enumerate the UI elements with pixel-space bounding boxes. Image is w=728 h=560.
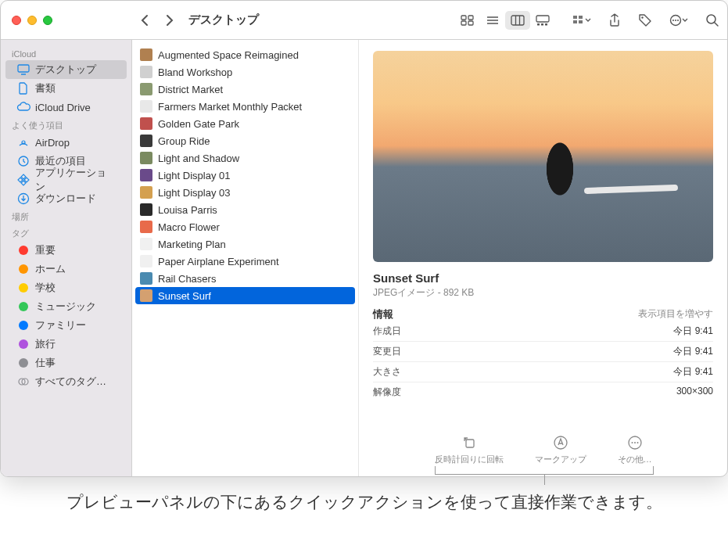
file-name: Farmers Market Monthly Packet xyxy=(158,101,302,113)
svg-rect-14 xyxy=(573,16,577,19)
info-section-label: 情報 xyxy=(373,307,393,321)
sidebar-item-label: ダウンロード xyxy=(35,192,96,206)
file-name: Light and Shadow xyxy=(158,153,239,164)
window-controls xyxy=(1,16,132,25)
sidebar-item-icloud-drive[interactable]: iCloud Drive xyxy=(5,98,127,117)
info-label: 解像度 xyxy=(373,386,401,399)
action-button[interactable] xyxy=(669,14,688,27)
file-name: Sunset Surf xyxy=(158,290,211,302)
file-row[interactable]: Louisa Parris xyxy=(132,201,358,218)
file-row[interactable]: District Market xyxy=(132,81,358,98)
column-view-button[interactable] xyxy=(505,11,530,30)
file-name: Marketing Plan xyxy=(158,239,226,250)
toolbar: デスクトップ xyxy=(132,11,727,30)
sidebar-item--[interactable]: すべてのタグ… xyxy=(5,372,127,391)
file-row[interactable]: Farmers Market Monthly Packet xyxy=(132,98,358,115)
search-button[interactable] xyxy=(705,13,719,27)
file-row[interactable]: Golden Gate Park xyxy=(132,115,358,132)
tag-color-icon xyxy=(16,339,30,349)
preview-image xyxy=(373,51,713,262)
file-row[interactable]: Paper Airplane Experiment xyxy=(132,253,358,270)
sidebar-item-label: ファミリー xyxy=(35,318,86,332)
file-name: Bland Workshop xyxy=(158,66,232,78)
tag-color-icon xyxy=(16,283,30,293)
file-thumbnail-icon xyxy=(140,203,152,216)
sidebar-item-label: 仕事 xyxy=(35,356,56,370)
svg-rect-17 xyxy=(579,20,583,23)
sidebar-item--[interactable]: 書類 xyxy=(5,79,127,98)
file-name: Rail Chasers xyxy=(158,273,216,285)
quick-action-more[interactable]: その他… xyxy=(618,435,652,465)
file-name: Augmented Space Reimagined xyxy=(158,49,299,61)
file-name: Light Display 03 xyxy=(158,187,231,199)
sidebar-item--[interactable]: 学校 xyxy=(5,278,127,297)
file-row[interactable]: Marketing Plan xyxy=(132,235,358,253)
caption-text: プレビューパネルの下にあるクイックアクションを使って直接作業できます。 xyxy=(0,483,728,515)
quick-action-markup[interactable]: マークアップ xyxy=(535,435,586,465)
svg-rect-3 xyxy=(468,21,473,25)
back-button[interactable] xyxy=(140,14,149,27)
tag-color-icon xyxy=(16,302,30,311)
file-row[interactable]: Augmented Space Reimagined xyxy=(132,46,358,63)
svg-point-37 xyxy=(637,442,638,443)
file-name: Group Ride xyxy=(158,135,210,147)
svg-point-21 xyxy=(675,20,676,21)
file-row[interactable]: Light and Shadow xyxy=(132,149,358,167)
annotation: プレビューパネルの下にあるクイックアクションを使って直接作業できます。 xyxy=(0,483,728,515)
list-view-button[interactable] xyxy=(480,11,505,30)
file-row[interactable]: Rail Chasers xyxy=(132,270,358,287)
gallery-view-button[interactable] xyxy=(530,11,555,30)
tags-button[interactable] xyxy=(638,13,652,27)
close-button[interactable] xyxy=(12,16,21,25)
file-row[interactable]: Light Display 01 xyxy=(132,167,358,184)
svg-rect-13 xyxy=(545,23,547,26)
rotate-icon xyxy=(461,435,477,451)
icon-view-button[interactable] xyxy=(455,11,480,30)
sidebar-item--[interactable]: ミュージック xyxy=(5,297,127,316)
sidebar-item--[interactable]: アプリケーション xyxy=(5,171,127,189)
preview-subtitle: JPEGイメージ - 892 KB xyxy=(373,286,713,300)
sidebar-item-label: ミュージック xyxy=(35,300,96,314)
svg-point-36 xyxy=(634,442,636,443)
tag-color-icon xyxy=(16,358,30,368)
file-thumbnail-icon xyxy=(140,221,152,233)
file-name: Light Display 01 xyxy=(158,170,231,181)
svg-rect-7 xyxy=(511,16,524,25)
view-mode-group xyxy=(455,11,555,30)
svg-point-35 xyxy=(631,442,633,443)
file-row[interactable]: Bland Workshop xyxy=(132,63,358,81)
quick-action-label: その他… xyxy=(618,454,652,465)
group-by-button[interactable] xyxy=(572,14,591,27)
sidebar-item-airdrop[interactable]: AirDrop xyxy=(5,133,127,152)
svg-rect-0 xyxy=(461,16,466,20)
sidebar-item--[interactable]: 重要 xyxy=(5,241,127,260)
file-row[interactable]: Macro Flower xyxy=(132,218,358,235)
sidebar-item--[interactable]: デスクトップ xyxy=(5,60,127,79)
info-value: 今日 9:41 xyxy=(673,325,713,338)
file-row[interactable]: Group Ride xyxy=(132,132,358,149)
sidebar-item-label: 重要 xyxy=(35,243,56,257)
file-thumbnail-icon xyxy=(140,255,152,267)
share-button[interactable] xyxy=(608,13,621,27)
quick-action-rotate[interactable]: 反時計回りに回転 xyxy=(435,435,504,465)
file-row[interactable]: Sunset Surf xyxy=(135,287,355,304)
file-row[interactable]: Light Display 03 xyxy=(132,184,358,201)
file-thumbnail-icon xyxy=(140,152,152,164)
file-thumbnail-icon xyxy=(140,186,152,199)
cloud-icon xyxy=(16,102,30,113)
svg-rect-16 xyxy=(573,20,577,23)
info-label: 変更日 xyxy=(373,345,401,358)
svg-rect-25 xyxy=(18,65,29,72)
sidebar-item--[interactable]: ホーム xyxy=(5,260,127,278)
sidebar-item--[interactable]: ファミリー xyxy=(5,316,127,335)
show-more-button[interactable]: 表示項目を増やす xyxy=(638,307,713,321)
zoom-button[interactable] xyxy=(43,16,52,25)
forward-button[interactable] xyxy=(165,14,174,27)
file-name: Louisa Parris xyxy=(158,204,217,216)
desktop-icon xyxy=(16,64,30,75)
minimize-button[interactable] xyxy=(27,16,37,25)
sidebar-item--[interactable]: 仕事 xyxy=(5,354,127,372)
more-icon xyxy=(627,435,643,451)
apps-icon xyxy=(16,174,30,186)
sidebar-item--[interactable]: 旅行 xyxy=(5,335,127,354)
